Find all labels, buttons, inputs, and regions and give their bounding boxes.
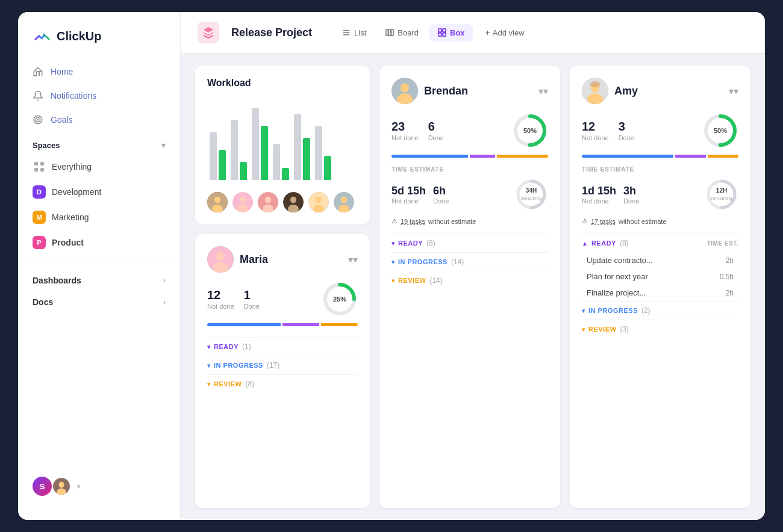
bar-group-3 — [252, 108, 268, 180]
app-name: ClickUp — [57, 29, 101, 43]
workload-title: Workload — [207, 78, 358, 88]
app-container: ClickUp Home Notifications Goals Spaces … — [18, 12, 765, 520]
svg-rect-18 — [438, 33, 441, 36]
brendan-not-done-num: 23 — [392, 120, 419, 134]
bar-green-3 — [261, 126, 268, 180]
amy-warning-icon: ⚠ — [582, 217, 588, 225]
amy-nd-time-label: Not done — [582, 197, 616, 205]
maria-status-sections: ▾ READY (1) ▾ IN PROGRESS (17) ▾ REVIEW — [207, 337, 358, 393]
view-board-btn[interactable]: Board — [377, 24, 427, 42]
user-profile-area[interactable]: S ▾ — [18, 467, 180, 506]
brendan-card: Brendan ▾▾ 23 Not done 6 Done — [379, 66, 560, 508]
brendan-expand-icon[interactable]: ▾▾ — [538, 85, 548, 97]
sidebar-item-docs[interactable]: Docs › — [18, 291, 180, 313]
docs-label: Docs — [33, 297, 53, 307]
maria-progress-bar — [207, 323, 358, 326]
space-items: Everything D Development M Marketing P P… — [18, 155, 180, 255]
brendan-status-review[interactable]: ▾ REVIEW (14) — [392, 271, 548, 289]
maria-progress-count: (17) — [267, 361, 279, 370]
sidebar-item-marketing[interactable]: M Marketing — [25, 205, 173, 229]
brendan-donut: 50% — [512, 113, 548, 149]
amy-task-3[interactable]: Finalize project... 2h — [582, 285, 738, 301]
workload-avatar-2 — [232, 192, 253, 212]
brendan-status-inprogress[interactable]: ▾ IN PROGRESS (14) — [392, 252, 548, 271]
view-tabs: List Board Box + Add view — [334, 23, 531, 42]
amy-warning: ⚠ 17 tasks without estimate — [582, 217, 738, 225]
sidebar-item-product[interactable]: P Product — [25, 230, 173, 255]
spaces-label: Spaces — [33, 141, 60, 150]
docs-chevron-icon: › — [163, 298, 166, 306]
goals-icon — [33, 114, 43, 125]
bar-green-1 — [219, 150, 226, 180]
task-2-time: 0.5h — [720, 273, 734, 281]
list-icon — [342, 28, 351, 37]
user-avatar-s: S — [33, 477, 52, 496]
sidebar-item-dashboards[interactable]: Dashboards › — [18, 270, 180, 291]
workload-card: Workload — [195, 66, 370, 224]
amy-not-done: 12 Not done — [582, 120, 609, 141]
brendan-status-ready[interactable]: ▾ READY (8) — [392, 234, 548, 252]
svg-point-9 — [57, 489, 66, 496]
amy-d-time: 3h — [623, 185, 639, 197]
bar-green-6 — [324, 156, 331, 180]
amy-not-done-time: 1d 15h Not done — [582, 185, 616, 205]
maria-expand-icon[interactable]: ▾▾ — [348, 254, 358, 265]
maria-status-review[interactable]: ▾ REVIEW (8) — [207, 374, 358, 393]
workload-avatar-3 — [258, 192, 278, 212]
amy-status-ready[interactable]: ▲ READY (8) TIME EST. — [582, 234, 738, 252]
dashboards-label: Dashboards — [33, 276, 81, 285]
sidebar-item-notifications[interactable]: Notifications — [25, 84, 173, 107]
task-3-label: Finalize project... — [587, 288, 646, 297]
dashboards-chevron-icon: › — [163, 276, 166, 285]
brendan-not-done: 23 Not done — [392, 120, 419, 141]
brendan-remaining-donut: 34H remaining — [514, 178, 548, 211]
amy-done-label: Done — [619, 134, 634, 141]
add-view-btn[interactable]: + Add view — [478, 23, 532, 42]
brendan-review-chevron-icon: ▾ — [392, 277, 395, 284]
maria-avatar — [207, 246, 234, 273]
svg-point-27 — [265, 197, 271, 203]
spaces-chevron-icon[interactable]: ▾ — [161, 141, 166, 150]
maria-status-ready[interactable]: ▾ READY (1) — [207, 337, 358, 356]
amy-donut: 50% — [702, 113, 738, 149]
amy-expand-icon[interactable]: ▾▾ — [729, 85, 738, 97]
brendan-avatar — [392, 78, 418, 104]
sidebar: ClickUp Home Notifications Goals Spaces … — [18, 12, 181, 520]
maria-done-num: 1 — [244, 288, 260, 302]
workload-avatar-1 — [207, 192, 228, 212]
board-icon — [385, 28, 394, 37]
maria-name: Maria — [240, 253, 268, 266]
amy-review-label: REVIEW — [588, 326, 616, 333]
sidebar-item-everything[interactable]: Everything — [25, 155, 173, 179]
svg-rect-13 — [386, 29, 388, 36]
user-dropdown-icon: ▾ — [77, 483, 81, 490]
amy-status-review[interactable]: ▾ REVIEW (3) — [582, 320, 738, 338]
brendan-header: Brendan ▾▾ — [392, 78, 548, 104]
everything-label: Everything — [52, 162, 92, 172]
amy-task-1[interactable]: Update contracto... 2h — [582, 252, 738, 268]
bar-group-1 — [210, 132, 226, 180]
amy-info: Amy — [582, 78, 638, 104]
logo-area: ClickUp — [18, 26, 180, 60]
project-box-icon — [202, 26, 215, 39]
view-list-btn[interactable]: List — [334, 24, 375, 42]
sidebar-item-goals[interactable]: Goals — [25, 108, 173, 131]
view-box-btn[interactable]: Box — [429, 24, 473, 42]
maria-status-inprogress[interactable]: ▾ IN PROGRESS (17) — [207, 356, 358, 374]
project-icon-wrap — [198, 22, 219, 43]
brendan-done-time: 6h Done — [433, 185, 449, 205]
brendan-time-stats: 5d 15h Not done 6h Done — [392, 178, 548, 211]
sidebar-item-development[interactable]: D Development — [25, 180, 173, 204]
brendan-review-label: REVIEW — [398, 277, 426, 284]
svg-rect-4 — [40, 162, 44, 165]
amy-d-time-label: Done — [623, 197, 639, 205]
amy-name: Amy — [614, 85, 638, 97]
workload-chart — [207, 96, 358, 180]
amy-status-inprogress[interactable]: ▾ IN PROGRESS (2) — [582, 301, 738, 320]
amy-task-2[interactable]: Plan for next year 0.5h — [582, 268, 738, 285]
bar-group-2 — [231, 120, 247, 180]
sidebar-item-home[interactable]: Home — [25, 60, 173, 83]
brendan-time-est: TIME ESTIMATE 5d 15h Not done 6h Done — [392, 166, 548, 211]
bar-gray-3 — [252, 108, 259, 180]
brendan-inprogress-chevron-icon: ▾ — [392, 259, 395, 265]
